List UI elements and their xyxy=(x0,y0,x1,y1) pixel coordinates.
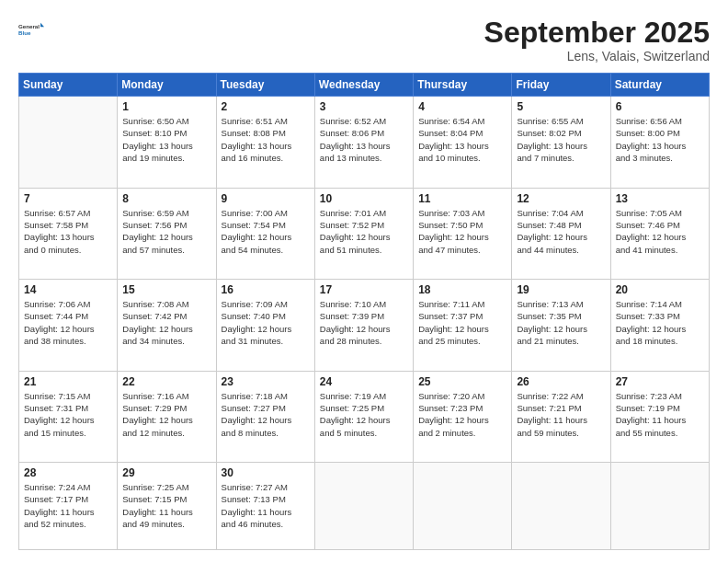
day-content: Sunrise: 7:08 AM Sunset: 7:42 PM Dayligh… xyxy=(122,298,210,347)
table-row: 17Sunrise: 7:10 AM Sunset: 7:39 PM Dayli… xyxy=(314,280,413,371)
day-content: Sunrise: 7:22 AM Sunset: 7:21 PM Dayligh… xyxy=(517,390,605,439)
day-content: Sunrise: 7:10 AM Sunset: 7:39 PM Dayligh… xyxy=(320,298,408,347)
table-row: 24Sunrise: 7:19 AM Sunset: 7:25 PM Dayli… xyxy=(314,371,413,462)
col-wednesday: Wednesday xyxy=(314,74,413,97)
table-row: 23Sunrise: 7:18 AM Sunset: 7:27 PM Dayli… xyxy=(216,371,314,462)
table-row: 10Sunrise: 7:01 AM Sunset: 7:52 PM Dayli… xyxy=(314,188,413,279)
col-saturday: Saturday xyxy=(610,74,709,97)
day-number: 5 xyxy=(517,100,605,113)
day-number: 12 xyxy=(517,192,605,205)
table-row: 20Sunrise: 7:14 AM Sunset: 7:33 PM Dayli… xyxy=(610,280,709,371)
day-number: 8 xyxy=(122,192,210,205)
col-monday: Monday xyxy=(118,74,216,97)
table-row: 1Sunrise: 6:50 AM Sunset: 8:10 PM Daylig… xyxy=(118,97,216,188)
day-content: Sunrise: 7:01 AM Sunset: 7:52 PM Dayligh… xyxy=(320,207,408,256)
day-number: 19 xyxy=(517,283,605,296)
table-row: 27Sunrise: 7:23 AM Sunset: 7:19 PM Dayli… xyxy=(610,371,709,462)
day-content: Sunrise: 7:00 AM Sunset: 7:54 PM Dayligh… xyxy=(222,207,310,256)
logo-icon: GeneralBlue xyxy=(18,17,44,42)
col-sunday: Sunday xyxy=(19,74,118,97)
table-row: 18Sunrise: 7:11 AM Sunset: 7:37 PM Dayli… xyxy=(414,280,512,371)
calendar-table: Sunday Monday Tuesday Wednesday Thursday… xyxy=(18,73,710,550)
table-row: 12Sunrise: 7:04 AM Sunset: 7:48 PM Dayli… xyxy=(512,188,610,279)
day-content: Sunrise: 7:23 AM Sunset: 7:19 PM Dayligh… xyxy=(616,390,704,439)
col-friday: Friday xyxy=(512,74,610,97)
day-number: 25 xyxy=(418,375,506,388)
day-number: 14 xyxy=(24,283,112,296)
day-number: 10 xyxy=(320,192,408,205)
day-content: Sunrise: 7:09 AM Sunset: 7:40 PM Dayligh… xyxy=(222,298,310,347)
table-row: 15Sunrise: 7:08 AM Sunset: 7:42 PM Dayli… xyxy=(118,280,216,371)
day-number: 13 xyxy=(616,192,704,205)
col-thursday: Thursday xyxy=(414,74,512,97)
day-number: 17 xyxy=(320,283,408,296)
day-number: 1 xyxy=(122,100,210,113)
table-row: 16Sunrise: 7:09 AM Sunset: 7:40 PM Dayli… xyxy=(216,280,314,371)
day-number: 15 xyxy=(122,283,210,296)
header: GeneralBlue September 2025 Lens, Valais,… xyxy=(18,17,710,63)
day-number: 6 xyxy=(616,100,704,113)
table-row: 8Sunrise: 6:59 AM Sunset: 7:56 PM Daylig… xyxy=(118,188,216,279)
day-number: 7 xyxy=(24,192,112,205)
day-number: 23 xyxy=(222,375,310,388)
svg-text:General: General xyxy=(18,23,40,29)
table-row: 14Sunrise: 7:06 AM Sunset: 7:44 PM Dayli… xyxy=(19,280,118,371)
table-row: 25Sunrise: 7:20 AM Sunset: 7:23 PM Dayli… xyxy=(414,371,512,462)
day-number: 29 xyxy=(122,466,210,479)
day-number: 24 xyxy=(320,375,408,388)
day-content: Sunrise: 7:16 AM Sunset: 7:29 PM Dayligh… xyxy=(122,390,210,439)
table-row: 2Sunrise: 6:51 AM Sunset: 8:08 PM Daylig… xyxy=(216,97,314,188)
day-content: Sunrise: 7:14 AM Sunset: 7:33 PM Dayligh… xyxy=(616,298,704,347)
table-row: 5Sunrise: 6:55 AM Sunset: 8:02 PM Daylig… xyxy=(512,97,610,188)
table-row: 28Sunrise: 7:24 AM Sunset: 7:17 PM Dayli… xyxy=(19,463,118,550)
day-content: Sunrise: 6:54 AM Sunset: 8:04 PM Dayligh… xyxy=(418,115,506,164)
title-block: September 2025 Lens, Valais, Switzerland xyxy=(484,17,710,63)
day-content: Sunrise: 7:24 AM Sunset: 7:17 PM Dayligh… xyxy=(24,481,112,530)
day-number: 18 xyxy=(418,283,506,296)
day-number: 30 xyxy=(222,466,310,479)
table-row: 22Sunrise: 7:16 AM Sunset: 7:29 PM Dayli… xyxy=(118,371,216,462)
day-content: Sunrise: 7:18 AM Sunset: 7:27 PM Dayligh… xyxy=(222,390,310,439)
day-content: Sunrise: 7:05 AM Sunset: 7:46 PM Dayligh… xyxy=(616,207,704,256)
table-row: 21Sunrise: 7:15 AM Sunset: 7:31 PM Dayli… xyxy=(19,371,118,462)
table-row: 3Sunrise: 6:52 AM Sunset: 8:06 PM Daylig… xyxy=(314,97,413,188)
logo: GeneralBlue xyxy=(18,17,44,42)
table-row: 30Sunrise: 7:27 AM Sunset: 7:13 PM Dayli… xyxy=(216,463,314,550)
day-content: Sunrise: 6:51 AM Sunset: 8:08 PM Dayligh… xyxy=(222,115,310,164)
table-row xyxy=(512,463,610,550)
day-content: Sunrise: 7:11 AM Sunset: 7:37 PM Dayligh… xyxy=(418,298,506,347)
day-number: 9 xyxy=(222,192,310,205)
col-tuesday: Tuesday xyxy=(216,74,314,97)
day-content: Sunrise: 7:04 AM Sunset: 7:48 PM Dayligh… xyxy=(517,207,605,256)
day-content: Sunrise: 7:06 AM Sunset: 7:44 PM Dayligh… xyxy=(24,298,112,347)
day-content: Sunrise: 7:27 AM Sunset: 7:13 PM Dayligh… xyxy=(222,481,310,530)
day-number: 28 xyxy=(24,466,112,479)
day-content: Sunrise: 6:50 AM Sunset: 8:10 PM Dayligh… xyxy=(122,115,210,164)
day-number: 27 xyxy=(616,375,704,388)
day-content: Sunrise: 6:52 AM Sunset: 8:06 PM Dayligh… xyxy=(320,115,408,164)
table-row: 13Sunrise: 7:05 AM Sunset: 7:46 PM Dayli… xyxy=(610,188,709,279)
day-number: 21 xyxy=(24,375,112,388)
location: Lens, Valais, Switzerland xyxy=(484,49,710,63)
table-row: 7Sunrise: 6:57 AM Sunset: 7:58 PM Daylig… xyxy=(19,188,118,279)
day-content: Sunrise: 7:03 AM Sunset: 7:50 PM Dayligh… xyxy=(418,207,506,256)
table-row: 9Sunrise: 7:00 AM Sunset: 7:54 PM Daylig… xyxy=(216,188,314,279)
table-row: 29Sunrise: 7:25 AM Sunset: 7:15 PM Dayli… xyxy=(118,463,216,550)
calendar-header-row: Sunday Monday Tuesday Wednesday Thursday… xyxy=(19,74,710,97)
table-row xyxy=(19,97,118,188)
table-row xyxy=(414,463,512,550)
day-content: Sunrise: 6:55 AM Sunset: 8:02 PM Dayligh… xyxy=(517,115,605,164)
day-content: Sunrise: 6:57 AM Sunset: 7:58 PM Dayligh… xyxy=(24,207,112,256)
svg-marker-2 xyxy=(40,23,44,27)
table-row: 26Sunrise: 7:22 AM Sunset: 7:21 PM Dayli… xyxy=(512,371,610,462)
table-row: 19Sunrise: 7:13 AM Sunset: 7:35 PM Dayli… xyxy=(512,280,610,371)
day-number: 2 xyxy=(222,100,310,113)
table-row xyxy=(314,463,413,550)
day-content: Sunrise: 7:20 AM Sunset: 7:23 PM Dayligh… xyxy=(418,390,506,439)
table-row: 6Sunrise: 6:56 AM Sunset: 8:00 PM Daylig… xyxy=(610,97,709,188)
month-title: September 2025 xyxy=(484,17,710,49)
day-number: 20 xyxy=(616,283,704,296)
table-row: 11Sunrise: 7:03 AM Sunset: 7:50 PM Dayli… xyxy=(414,188,512,279)
day-content: Sunrise: 6:56 AM Sunset: 8:00 PM Dayligh… xyxy=(616,115,704,164)
day-content: Sunrise: 7:15 AM Sunset: 7:31 PM Dayligh… xyxy=(24,390,112,439)
